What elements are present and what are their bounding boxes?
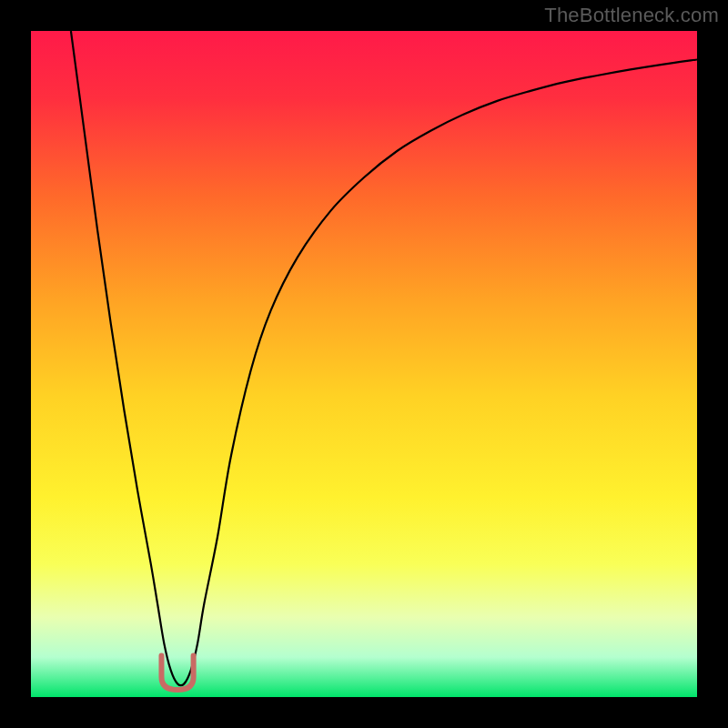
plot-area	[31, 31, 697, 697]
curve-layer	[31, 31, 697, 697]
watermark-text: TheBottleneck.com	[544, 4, 719, 27]
bottleneck-curve	[71, 31, 697, 685]
chart-frame: TheBottleneck.com	[0, 0, 728, 728]
